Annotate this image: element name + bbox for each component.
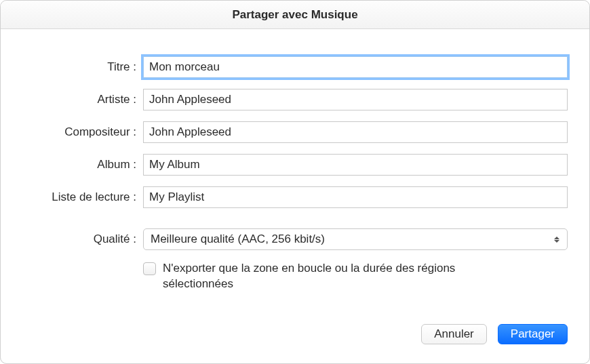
row-playlist: Liste de lecture : bbox=[22, 186, 568, 208]
quality-select-value: Meilleure qualité (AAC, 256 kbit/s) bbox=[151, 232, 325, 246]
label-album: Album : bbox=[22, 158, 143, 171]
label-artist: Artiste : bbox=[22, 93, 143, 106]
label-quality: Qualité : bbox=[22, 232, 143, 246]
row-quality: Qualité : Meilleure qualité (AAC, 256 kb… bbox=[22, 228, 568, 250]
share-music-dialog: Partager avec Musique Titre : Artiste : … bbox=[0, 0, 590, 364]
field-wrap-artist bbox=[143, 89, 568, 110]
export-loop-label: N'exporter que la zone en boucle ou la d… bbox=[163, 261, 488, 292]
artist-input[interactable] bbox=[143, 89, 568, 110]
updown-icon bbox=[549, 232, 564, 247]
title-input[interactable] bbox=[143, 56, 568, 78]
field-wrap-title bbox=[143, 56, 568, 78]
label-playlist: Liste de lecture : bbox=[22, 190, 143, 204]
label-title: Titre : bbox=[22, 60, 143, 74]
field-wrap-playlist bbox=[143, 186, 568, 208]
share-button[interactable]: Partager bbox=[498, 324, 568, 344]
cancel-button[interactable]: Annuler bbox=[421, 324, 487, 344]
album-input[interactable] bbox=[143, 154, 568, 176]
titlebar: Partager avec Musique bbox=[1, 1, 589, 29]
composer-input[interactable] bbox=[143, 121, 568, 143]
field-wrap-quality: Meilleure qualité (AAC, 256 kbit/s) bbox=[143, 228, 568, 250]
field-wrap-composer bbox=[143, 121, 568, 143]
chevron-up-icon bbox=[554, 237, 559, 239]
row-album: Album : bbox=[22, 154, 568, 176]
export-loop-checkbox[interactable] bbox=[143, 262, 156, 275]
row-composer: Compositeur : bbox=[22, 121, 568, 143]
quality-select[interactable]: Meilleure qualité (AAC, 256 kbit/s) bbox=[143, 228, 568, 250]
dialog-footer: Annuler Partager bbox=[1, 324, 589, 363]
row-title: Titre : bbox=[22, 56, 568, 78]
playlist-input[interactable] bbox=[143, 186, 568, 208]
row-export-option: N'exporter que la zone en boucle ou la d… bbox=[22, 261, 568, 292]
row-artist: Artiste : bbox=[22, 89, 568, 110]
window-title: Partager avec Musique bbox=[232, 8, 357, 22]
chevron-down-icon bbox=[554, 240, 559, 243]
label-composer: Compositeur : bbox=[22, 125, 143, 139]
field-wrap-album bbox=[143, 154, 568, 176]
dialog-content: Titre : Artiste : Compositeur : Album : bbox=[1, 29, 589, 324]
